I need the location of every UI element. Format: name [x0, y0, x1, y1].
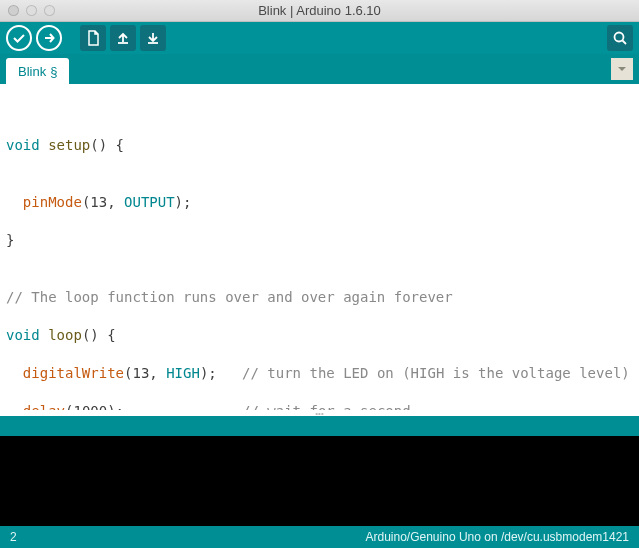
status-board-port: Arduino/Genuino Uno on /dev/cu.usbmodem1…	[365, 530, 629, 544]
code-editor[interactable]: void setup() { pinMode(13, OUTPUT); } //…	[0, 84, 639, 410]
code-line: digitalWrite(13, HIGH); // turn the LED …	[6, 364, 633, 383]
upload-button[interactable]	[36, 25, 62, 51]
open-sketch-button[interactable]	[110, 25, 136, 51]
new-sketch-button[interactable]	[80, 25, 106, 51]
code-line: void loop() {	[6, 326, 633, 345]
svg-point-0	[615, 33, 624, 42]
tab-bar: Blink §	[0, 54, 639, 84]
tab-blink[interactable]: Blink §	[6, 58, 69, 84]
window-title: Blink | Arduino 1.6.10	[0, 3, 639, 18]
code-line: pinMode(13, OUTPUT);	[6, 193, 633, 212]
tab-label: Blink	[18, 64, 46, 79]
console-output[interactable]	[0, 436, 639, 526]
window-titlebar: Blink | Arduino 1.6.10	[0, 0, 639, 22]
code-line: // The loop function runs over and over …	[6, 288, 633, 307]
verify-button[interactable]	[6, 25, 32, 51]
save-sketch-button[interactable]	[140, 25, 166, 51]
status-bar: 2 Arduino/Genuino Uno on /dev/cu.usbmode…	[0, 526, 639, 548]
code-line: }	[6, 231, 633, 250]
tab-menu-button[interactable]	[611, 58, 633, 80]
toolbar	[0, 22, 639, 54]
tab-dirty-marker: §	[50, 64, 57, 79]
serial-monitor-button[interactable]	[607, 25, 633, 51]
message-bar	[0, 416, 639, 436]
status-line-number: 2	[10, 530, 17, 544]
code-line: void setup() {	[6, 136, 633, 155]
